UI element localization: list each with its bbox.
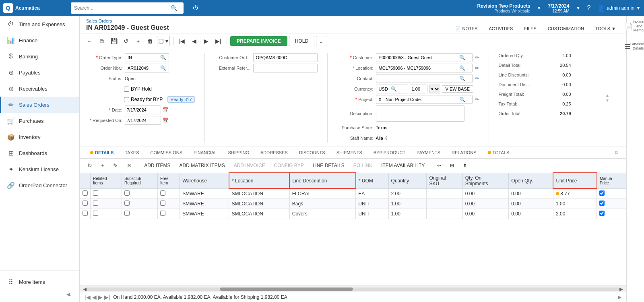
add-invoice-btn[interactable]: ADD INVOICE xyxy=(230,161,269,170)
grid-export-btn[interactable]: ⊞ xyxy=(446,161,458,170)
grid-upload-btn[interactable]: ⬆ xyxy=(459,161,471,170)
help-icon[interactable]: ? xyxy=(587,4,591,12)
next-btn[interactable]: ▶ xyxy=(201,36,211,46)
related-checkbox[interactable] xyxy=(93,190,98,196)
delete-btn[interactable]: 🗑 xyxy=(145,36,155,46)
tab-shipping[interactable]: SHIPPING xyxy=(222,147,255,159)
byp-hold-checkbox[interactable] xyxy=(124,87,129,92)
history-icon[interactable]: ⏱ xyxy=(190,2,201,14)
save-btn[interactable]: 💾 xyxy=(109,36,119,46)
related-checkbox[interactable] xyxy=(93,211,98,216)
row-checkbox[interactable] xyxy=(83,201,88,206)
pag-last-icon[interactable]: ▶| xyxy=(104,294,110,300)
copy-btn[interactable]: ⧉ xyxy=(97,36,107,46)
customer-input[interactable] xyxy=(379,55,459,60)
tab-shipments[interactable]: SHIPMENTS xyxy=(331,147,368,159)
line-details-btn[interactable]: LINE DETAILS xyxy=(309,161,348,170)
free-checkbox[interactable] xyxy=(160,201,165,206)
ready-for-byp-checkbox[interactable] xyxy=(124,97,129,102)
currency-type-select[interactable]: ▾ xyxy=(429,85,440,93)
tab-discounts[interactable]: DISCOUNTS xyxy=(293,147,331,159)
add-items-btn[interactable]: ADD ITEMS xyxy=(140,161,174,170)
manual-price-checkbox[interactable] xyxy=(599,201,605,206)
form-scroll[interactable]: ▲ ▼ xyxy=(605,93,609,103)
sidebar-item-orderpad-connector[interactable]: 🔗OrderPad Connector xyxy=(0,177,79,193)
currency-rate-input[interactable] xyxy=(410,85,427,93)
sidebar-item-receivables[interactable]: ⊕Receivables xyxy=(0,81,79,97)
item-availability-btn[interactable]: ITEM AVAILABILITY xyxy=(378,161,428,170)
tab-relations[interactable]: RELATIONS xyxy=(446,147,482,159)
back-btn[interactable]: ← xyxy=(85,36,95,46)
datetime-chevron-icon[interactable]: ▼ xyxy=(576,5,581,11)
activities-btn[interactable]: ACTIVITIES xyxy=(485,25,517,33)
customer-ord-input[interactable] xyxy=(256,55,304,60)
description-textarea[interactable] xyxy=(376,105,464,122)
config-byp-btn[interactable]: CONFIG BYP xyxy=(270,161,308,170)
hold-btn[interactable]: HOLD xyxy=(289,36,314,46)
location-search-icon[interactable]: 🔍 xyxy=(459,65,465,71)
date-input[interactable] xyxy=(125,105,161,114)
tab-addresses[interactable]: ADDRESSES xyxy=(255,147,293,159)
datetime-selector[interactable]: 7/17/2024 12:59 AM xyxy=(548,3,569,13)
status-expand-icon[interactable]: ▶ xyxy=(618,294,621,300)
customer-details-icon[interactable]: ☰ Customer Details xyxy=(629,39,642,53)
horizontal-scrollbar[interactable]: ◀ ▶ xyxy=(80,285,626,292)
grid-expand-btn[interactable]: ⇔ xyxy=(433,161,445,170)
tools-btn[interactable]: TOOLS ▼ xyxy=(591,25,620,33)
grid-add-btn[interactable]: + xyxy=(97,161,108,170)
last-btn[interactable]: ▶| xyxy=(213,36,223,46)
customer-edit-icon[interactable]: ✏ xyxy=(475,55,479,60)
first-btn[interactable]: |◀ xyxy=(177,36,187,46)
contact-input[interactable] xyxy=(379,76,459,81)
sidebar-item-kensium-license[interactable]: ✦Kensium License xyxy=(0,161,79,177)
grid-delete-btn[interactable]: ✕ xyxy=(123,161,135,170)
project-input[interactable] xyxy=(379,97,459,102)
company-chevron-icon[interactable]: ▼ xyxy=(537,5,541,11)
date-cal-icon[interactable]: 📅 xyxy=(163,107,169,113)
subst-checkbox[interactable] xyxy=(124,211,130,216)
order-nbr-input[interactable] xyxy=(128,66,160,70)
sidebar-item-time-expenses[interactable]: ⏱Time and Expenses xyxy=(0,16,79,32)
grid-edit-btn[interactable]: ✎ xyxy=(109,161,122,170)
sidebar-item-dashboards[interactable]: ⊞Dashboards xyxy=(0,145,79,161)
contact-edit-icon[interactable]: ✏ xyxy=(475,76,479,81)
free-checkbox[interactable] xyxy=(160,190,165,196)
hscroll-thumb[interactable] xyxy=(220,288,353,291)
manual-price-checkbox[interactable] xyxy=(599,190,605,196)
subst-checkbox[interactable] xyxy=(124,190,130,196)
view-base-btn[interactable]: VIEW BASE xyxy=(442,85,474,93)
files-btn[interactable]: FILES xyxy=(520,25,541,33)
customization-btn[interactable]: CUSTOMIZATION xyxy=(544,25,588,33)
currency-input[interactable] xyxy=(379,87,391,91)
sidebar-item-inventory[interactable]: 📦Inventory xyxy=(0,129,79,145)
search-icon[interactable]: 🔍 xyxy=(171,5,178,11)
sidebar-item-purchases[interactable]: 🛒Purchases xyxy=(0,113,79,129)
pag-next-icon[interactable]: ▶ xyxy=(98,294,103,300)
sidebar-collapse-btn[interactable]: ◀ ... xyxy=(0,290,79,299)
notes-btn[interactable]: 📄 NOTES xyxy=(451,25,481,33)
row-checkbox[interactable] xyxy=(83,211,88,216)
location-input[interactable] xyxy=(379,66,459,70)
pag-prev-icon[interactable]: ◀ xyxy=(92,294,97,300)
subst-checkbox[interactable] xyxy=(124,201,130,206)
order-type-search-icon[interactable]: 🔍 xyxy=(160,55,166,60)
manual-price-checkbox[interactable] xyxy=(599,211,605,216)
sidebar-item-banking[interactable]: $Banking xyxy=(0,48,79,64)
customer-search-icon[interactable]: 🔍 xyxy=(459,55,465,60)
sidebar-item-sales-orders[interactable]: ✏Sales Orders xyxy=(0,97,79,113)
po-link-btn[interactable]: PO LINK xyxy=(350,161,376,170)
pag-first-icon[interactable]: |◀ xyxy=(85,294,91,300)
grid-refresh-btn[interactable]: ↻ xyxy=(84,161,96,170)
related-checkbox[interactable] xyxy=(93,201,98,206)
undo-btn[interactable]: ↺ xyxy=(121,36,131,46)
tab-details[interactable]: DETAILS xyxy=(85,147,119,159)
tab-payments[interactable]: PAYMENTS xyxy=(411,147,446,159)
company-selector[interactable]: Revision Two Products Products Wholesale xyxy=(477,3,530,13)
dropdown-btn[interactable]: ❏ ▾ xyxy=(157,36,170,46)
prev-btn[interactable]: ◀ xyxy=(189,36,199,46)
prepare-invoice-btn[interactable]: PREPARE INVOICE xyxy=(230,36,287,46)
tab-financial[interactable]: FINANCIAL xyxy=(188,147,222,159)
hscroll-left-icon[interactable]: ◀ xyxy=(83,286,87,292)
add-btn[interactable]: + xyxy=(133,36,143,46)
external-refer-input[interactable] xyxy=(256,66,304,70)
